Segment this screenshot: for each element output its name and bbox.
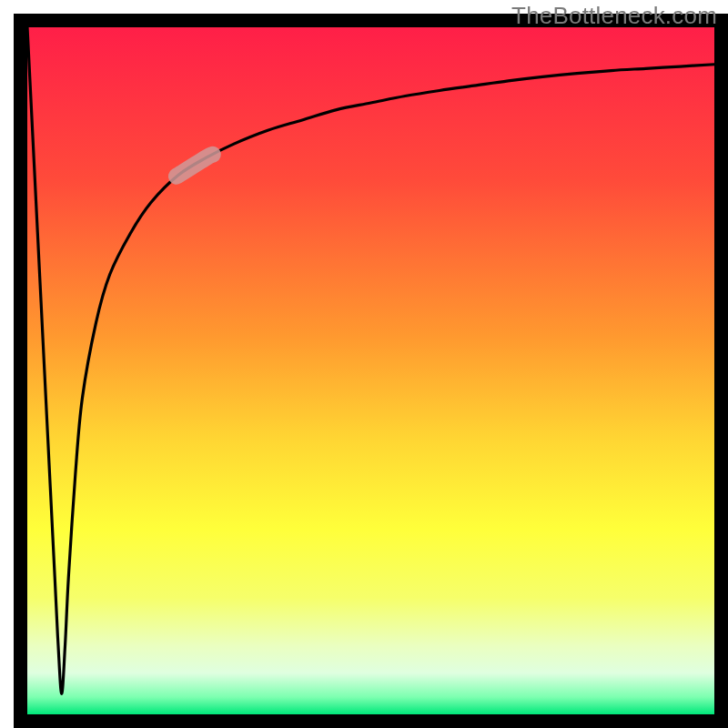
frame-right xyxy=(714,14,728,728)
chart-svg xyxy=(0,0,728,728)
frame-left xyxy=(14,14,27,728)
watermark-text: TheBottleneck.com xyxy=(511,2,717,30)
frame-bottom xyxy=(14,714,728,728)
plot-background xyxy=(27,27,714,714)
bottleneck-chart: TheBottleneck.com xyxy=(0,0,728,728)
